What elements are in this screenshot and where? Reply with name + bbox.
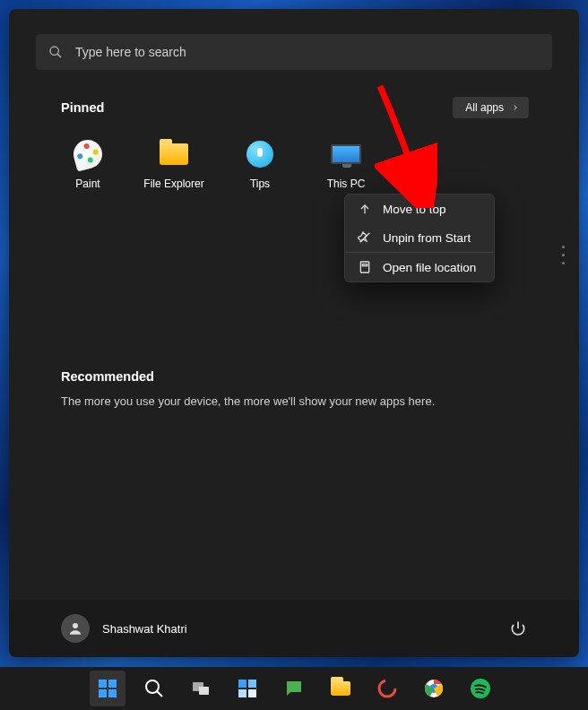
context-item-label: Open file location (383, 261, 476, 274)
file-location-icon (358, 260, 372, 274)
taskbar (0, 667, 588, 710)
task-view-button[interactable] (183, 671, 219, 706)
circle-app-icon (376, 678, 398, 699)
folder-icon (331, 681, 350, 696)
app-label: Paint (75, 178, 99, 190)
svg-rect-9 (99, 689, 107, 697)
page-indicator[interactable] (562, 246, 565, 264)
app-label: File Explorer (143, 178, 203, 190)
svg-rect-10 (108, 689, 117, 697)
widgets-button[interactable] (229, 671, 265, 706)
chrome-icon (423, 678, 445, 699)
chevron-right-icon (511, 103, 520, 112)
search-icon (48, 45, 63, 59)
start-button[interactable] (90, 671, 125, 706)
widgets-icon (237, 678, 258, 699)
svg-rect-5 (360, 262, 368, 273)
context-item-unpin[interactable]: Unpin from Start (345, 223, 494, 252)
start-menu-footer: Shashwat Khatri (9, 600, 579, 657)
pinned-title: Pinned (61, 100, 104, 115)
svg-rect-16 (248, 680, 256, 688)
user-account-button[interactable]: Shashwat Khatri (61, 614, 187, 643)
svg-point-0 (50, 47, 58, 55)
context-item-move-to-top[interactable]: Move to top (345, 195, 494, 223)
lightbulb-icon (244, 138, 276, 170)
search-button[interactable] (136, 671, 172, 706)
svg-point-2 (73, 623, 78, 628)
app-tile-file-explorer[interactable]: File Explorer (131, 138, 217, 190)
app-label: This PC (327, 178, 366, 190)
search-placeholder: Type here to search (75, 45, 186, 59)
app-tile-this-pc[interactable]: This PC (303, 138, 389, 190)
context-menu: Move to top Unpin from Start Open file l… (344, 194, 495, 282)
recommended-title: Recommended (61, 369, 527, 384)
app-tile-tips[interactable]: Tips (217, 138, 303, 190)
search-bar[interactable]: Type here to search (36, 34, 552, 70)
paint-icon (72, 138, 104, 170)
svg-rect-15 (238, 680, 246, 688)
svg-rect-6 (362, 264, 367, 266)
spotify-icon (470, 678, 491, 699)
app-tile-paint[interactable]: Paint (45, 138, 131, 190)
spotify-button[interactable] (463, 671, 498, 706)
all-apps-label: All apps (465, 101, 504, 114)
pinned-grid: Paint File Explorer Tips This PC (45, 138, 543, 190)
start-menu: Type here to search Pinned All apps Pain… (9, 9, 579, 657)
svg-line-1 (57, 54, 61, 57)
svg-rect-18 (248, 689, 256, 697)
app-label: Tips (250, 178, 270, 190)
power-button[interactable] (509, 619, 527, 637)
all-apps-button[interactable]: All apps (453, 97, 529, 118)
avatar (61, 614, 90, 643)
arrow-up-icon (358, 202, 372, 216)
user-name: Shashwat Khatri (102, 622, 187, 636)
svg-rect-14 (199, 687, 209, 695)
chat-icon (283, 678, 305, 699)
recommended-hint: The more you use your device, the more w… (61, 394, 527, 408)
svg-rect-8 (108, 680, 117, 688)
task-view-icon (190, 678, 212, 699)
context-item-label: Unpin from Start (383, 231, 471, 245)
folder-icon (158, 138, 190, 170)
unpin-icon (358, 230, 372, 245)
svg-rect-17 (238, 689, 246, 697)
svg-point-11 (146, 680, 159, 693)
context-item-open-file-location[interactable]: Open file location (345, 253, 494, 281)
svg-point-19 (379, 680, 395, 697)
chrome-button[interactable] (416, 671, 452, 706)
chat-button[interactable] (276, 671, 312, 706)
search-icon (143, 678, 165, 699)
app-button-red[interactable] (369, 671, 405, 706)
context-item-label: Move to top (383, 203, 446, 216)
monitor-icon (330, 138, 362, 170)
windows-icon (97, 678, 118, 699)
svg-line-12 (157, 691, 162, 697)
file-explorer-button[interactable] (323, 671, 359, 706)
svg-rect-7 (99, 680, 107, 688)
